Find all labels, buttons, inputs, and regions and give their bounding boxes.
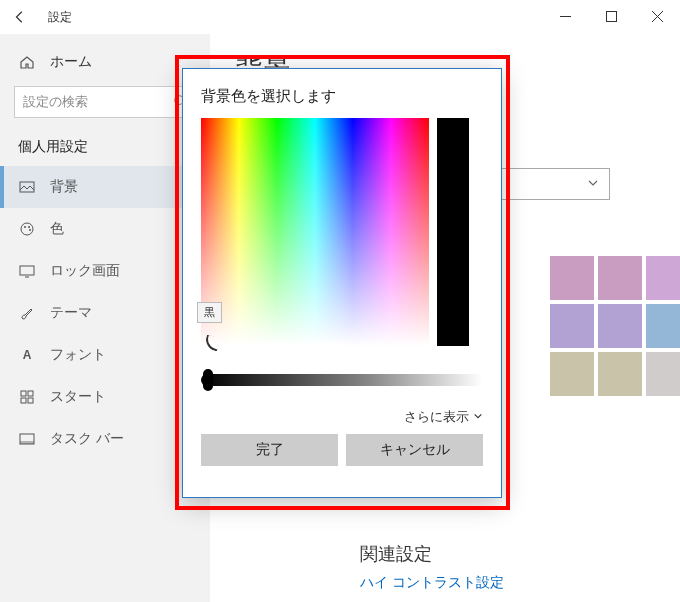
sidebar-item-label: タスク バー [50, 430, 124, 448]
close-button[interactable] [634, 0, 680, 32]
sidebar-item-label: テーマ [50, 304, 92, 322]
sidebar-item-lockscreen[interactable]: ロック画面 [0, 250, 210, 292]
brush-icon [18, 305, 36, 321]
color-swatch[interactable] [646, 352, 680, 396]
sidebar: ホーム 設定の検索 個人用設定 背景 色 ロック画面 [0, 34, 210, 602]
picture-icon [18, 179, 36, 195]
search-input[interactable]: 設定の検索 [14, 86, 196, 118]
color-swatch[interactable] [550, 352, 594, 396]
font-icon: A [18, 348, 36, 362]
svg-point-6 [29, 229, 31, 231]
sidebar-item-taskbar[interactable]: タスク バー [0, 418, 210, 460]
svg-rect-7 [20, 266, 34, 275]
sidebar-item-fonts[interactable]: A フォント [0, 334, 210, 376]
sidebar-item-themes[interactable]: テーマ [0, 292, 210, 334]
palette-icon [18, 221, 36, 237]
svg-rect-13 [20, 441, 34, 444]
show-more-label: さらに表示 [404, 409, 469, 424]
svg-rect-10 [21, 398, 26, 403]
sidebar-item-label: 背景 [50, 178, 78, 196]
chevron-down-icon [587, 175, 599, 193]
svg-point-3 [21, 223, 33, 235]
cancel-label: キャンセル [380, 441, 450, 459]
slider-thumb[interactable] [203, 369, 213, 391]
color-swatch[interactable] [598, 352, 642, 396]
sidebar-item-label: フォント [50, 346, 106, 364]
grid-icon [18, 389, 36, 405]
svg-rect-0 [606, 11, 616, 21]
svg-point-4 [24, 226, 26, 228]
svg-point-5 [28, 226, 30, 228]
sidebar-item-background[interactable]: 背景 [0, 166, 210, 208]
color-swatches [550, 256, 680, 396]
cancel-button[interactable]: キャンセル [346, 434, 483, 466]
related-link[interactable]: ハイ コントラスト設定 [360, 574, 504, 592]
color-tooltip: 黒 [197, 302, 222, 323]
window-title: 設定 [48, 9, 72, 26]
color-swatch[interactable] [598, 304, 642, 348]
sidebar-home[interactable]: ホーム [0, 44, 210, 80]
hue-saturation-field[interactable] [201, 118, 429, 346]
sidebar-item-start[interactable]: スタート [0, 376, 210, 418]
titlebar: 設定 [0, 0, 680, 34]
color-swatch[interactable] [550, 304, 594, 348]
sidebar-item-label: スタート [50, 388, 106, 406]
sidebar-heading: 個人用設定 [0, 132, 210, 166]
svg-rect-11 [28, 398, 33, 403]
monitor-icon [18, 263, 36, 279]
home-icon [18, 54, 36, 70]
ok-label: 完了 [256, 441, 284, 459]
back-button[interactable] [0, 0, 40, 34]
sidebar-item-label: 色 [50, 220, 64, 238]
brightness-slider[interactable] [201, 374, 483, 386]
color-swatch[interactable] [598, 256, 642, 300]
sidebar-item-label: ロック画面 [50, 262, 120, 280]
chevron-down-icon [473, 409, 483, 424]
minimize-button[interactable] [542, 0, 588, 32]
dialog-title: 背景色を選択します [201, 87, 483, 106]
color-swatch[interactable] [646, 304, 680, 348]
sidebar-home-label: ホーム [50, 53, 92, 71]
value-strip[interactable] [437, 118, 469, 346]
ok-button[interactable]: 完了 [201, 434, 338, 466]
search-placeholder: 設定の検索 [23, 93, 88, 111]
show-more-toggle[interactable]: さらに表示 [201, 408, 483, 426]
color-swatch[interactable] [646, 256, 680, 300]
maximize-button[interactable] [588, 0, 634, 32]
picker-cursor-icon [204, 335, 221, 352]
sidebar-item-colors[interactable]: 色 [0, 208, 210, 250]
color-swatch[interactable] [550, 256, 594, 300]
related-heading: 関連設定 [360, 542, 432, 566]
svg-rect-9 [28, 391, 33, 396]
svg-rect-8 [21, 391, 26, 396]
svg-rect-2 [20, 182, 34, 192]
taskbar-icon [18, 431, 36, 447]
color-picker-dialog: 背景色を選択します 黒 さらに表示 完了 キャンセル [182, 68, 502, 498]
